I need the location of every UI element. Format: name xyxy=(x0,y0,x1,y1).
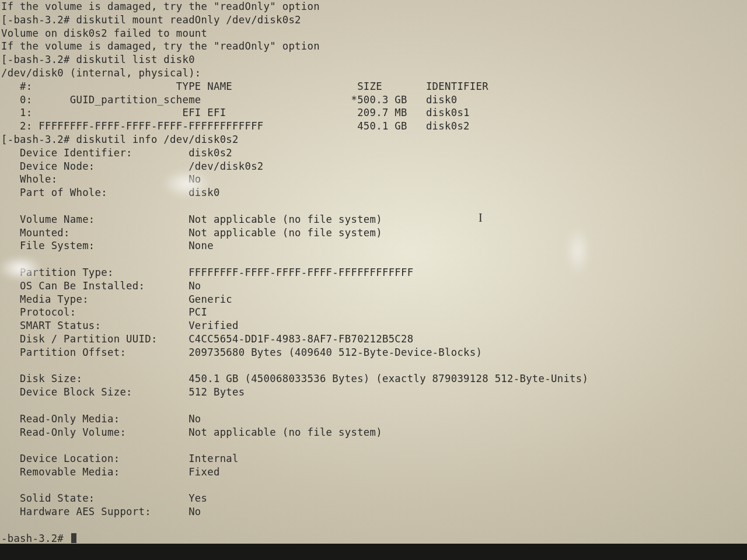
output-line: Read-Only Media: No xyxy=(1,413,201,425)
output-line: Read-Only Volume: Not applicable (no fil… xyxy=(1,426,382,438)
terminal-output[interactable]: If the volume is damaged, try the "readO… xyxy=(0,0,747,545)
output-line: If the volume is damaged, try the "readO… xyxy=(1,40,320,52)
output-line: Volume Name: Not applicable (no file sys… xyxy=(1,214,382,225)
cursor-icon xyxy=(71,533,76,543)
output-line: If the volume is damaged, try the "readO… xyxy=(1,1,320,12)
output-line: Device Identifier: disk0s2 xyxy=(1,147,232,159)
output-line: #: TYPE NAME SIZE IDENTIFIER xyxy=(1,80,488,92)
output-line: Disk / Partition UUID: C4CC5654-DD1F-498… xyxy=(1,333,413,345)
output-line: Device Node: /dev/disk0s2 xyxy=(1,160,264,172)
output-line: [-bash-3.2# diskutil mount readOnly /dev… xyxy=(1,14,301,26)
output-line: Whole: No xyxy=(1,173,201,185)
output-line: /dev/disk0 (internal, physical): xyxy=(1,67,201,79)
output-line: OS Can Be Installed: No xyxy=(1,280,201,292)
output-line: [-bash-3.2# diskutil list disk0 xyxy=(1,54,195,65)
output-line: [-bash-3.2# diskutil info /dev/disk0s2 xyxy=(1,134,239,145)
output-line: Volume on disk0s2 failed to mount xyxy=(1,27,207,39)
output-line: 1: EFI EFI 209.7 MB disk0s1 xyxy=(1,107,470,118)
screen-bezel xyxy=(0,544,747,560)
output-line: Media Type: Generic xyxy=(1,293,232,305)
output-line: Mounted: Not applicable (no file system) xyxy=(1,227,382,239)
output-line: Solid State: Yes xyxy=(1,492,207,504)
shell-prompt[interactable]: -bash-3.2# xyxy=(1,533,76,544)
output-line: 2: FFFFFFFF-FFFF-FFFF-FFFF-FFFFFFFFFFFF … xyxy=(1,120,470,132)
output-line: Protocol: PCI xyxy=(1,306,207,318)
output-line: Partition Type: FFFFFFFF-FFFF-FFFF-FFFF-… xyxy=(1,267,413,278)
output-line: File System: None xyxy=(1,240,214,251)
output-line: Hardware AES Support: No xyxy=(1,506,201,517)
output-line: Partition Offset: 209735680 Bytes (40964… xyxy=(1,346,482,358)
output-line: Part of Whole: disk0 xyxy=(1,187,220,198)
output-line: 0: GUID_partition_scheme *500.3 GB disk0 xyxy=(1,94,457,106)
output-line: Disk Size: 450.1 GB (450068033536 Bytes)… xyxy=(1,373,588,384)
output-line: Removable Media: Fixed xyxy=(1,466,220,478)
output-line: Device Location: Internal xyxy=(1,453,239,464)
output-line: SMART Status: Verified xyxy=(1,320,239,331)
output-line: Device Block Size: 512 Bytes xyxy=(1,386,245,398)
